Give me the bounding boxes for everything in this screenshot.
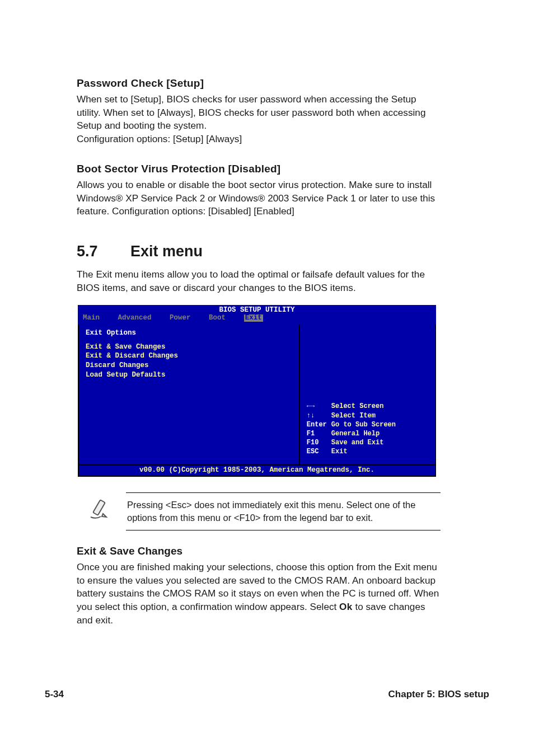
- bios-legend: ←→Select Screen ↑↓Select Item EnterGo to…: [307, 402, 396, 456]
- heading-boot-virus: Boot Sector Virus Protection [Disabled]: [77, 163, 441, 175]
- bios-option: Exit & Save Changes: [86, 342, 292, 352]
- bios-key-desc: Select Screen: [331, 402, 384, 410]
- section-number: 5.7: [77, 243, 130, 260]
- bios-key: ESC: [307, 447, 331, 456]
- bios-key: ↑↓: [307, 411, 331, 420]
- bios-key: Enter: [307, 420, 331, 429]
- exit-save-ok: Ok: [339, 601, 353, 612]
- section-title: Exit menu: [130, 243, 203, 260]
- bios-tab-exit: Exit: [244, 314, 263, 322]
- bios-legend-row: F1General Help: [307, 429, 396, 438]
- body-boot-virus: Allows you to enable or disable the boot…: [77, 179, 441, 218]
- bios-key-desc: Select Item: [331, 412, 376, 420]
- bios-key: ←→: [307, 402, 331, 411]
- bios-left-panel: Exit Options Exit & Save Changes Exit & …: [78, 325, 300, 466]
- bios-exit-options-heading: Exit Options: [86, 329, 292, 337]
- bios-tab-boot: Boot: [209, 314, 226, 322]
- bios-tab-main: Main: [83, 314, 100, 322]
- bios-key: F10: [307, 438, 331, 447]
- heading-exit-save: Exit & Save Changes: [77, 545, 441, 557]
- note-text: Pressing <Esc> does not immediately exit…: [126, 492, 441, 530]
- bios-key-desc: Save and Exit: [331, 439, 384, 447]
- bios-key-desc: Exit: [331, 448, 348, 456]
- bios-legend-row: EnterGo to Sub Screen: [307, 420, 396, 429]
- bios-option: Exit & Discard Changes: [86, 351, 292, 361]
- svg-rect-0: [93, 500, 105, 515]
- footer-chapter: Chapter 5: BIOS setup: [388, 689, 489, 700]
- bios-legend-row: F10Save and Exit: [307, 438, 396, 447]
- pencil-icon: [77, 492, 126, 520]
- bios-option: Load Setup Defaults: [86, 370, 292, 380]
- bios-key-desc: General Help: [331, 430, 380, 438]
- body-password-check: When set to [Setup], BIOS checks for use…: [77, 93, 441, 146]
- bios-tab-advanced: Advanced: [118, 314, 152, 322]
- bios-legend-row: ↑↓Select Item: [307, 411, 396, 420]
- section-heading-exit: 5.7Exit menu: [77, 243, 441, 260]
- page-footer: 5-34 Chapter 5: BIOS setup: [45, 689, 489, 700]
- heading-password-check: Password Check [Setup]: [77, 77, 441, 90]
- body-exit-save: Once you are finished making your select…: [77, 561, 441, 627]
- page-content: Password Check [Setup] When set to [Setu…: [77, 77, 441, 644]
- bios-key: F1: [307, 429, 331, 438]
- note-block: Pressing <Esc> does not immediately exit…: [77, 492, 441, 530]
- bios-panels: Exit Options Exit & Save Changes Exit & …: [78, 325, 436, 466]
- bios-screenshot: BIOS SETUP UTILITY Main Advanced Power B…: [78, 305, 436, 477]
- exit-intro: The Exit menu items allow you to load th…: [77, 268, 441, 294]
- bios-key-desc: Go to Sub Screen: [331, 421, 396, 429]
- bios-title: BIOS SETUP UTILITY: [83, 307, 431, 314]
- bios-copyright: v00.00 (C)Copyright 1985-2003, American …: [78, 464, 436, 477]
- bios-tab-power: Power: [170, 314, 191, 322]
- bios-legend-row: ESCExit: [307, 447, 396, 456]
- bios-tabs: Main Advanced Power Boot Exit: [83, 314, 431, 322]
- bios-right-panel: ←→Select Screen ↑↓Select Item EnterGo to…: [300, 325, 436, 466]
- bios-legend-row: ←→Select Screen: [307, 402, 396, 411]
- footer-page-number: 5-34: [45, 689, 64, 700]
- bios-option: Discard Changes: [86, 361, 292, 370]
- bios-header: BIOS SETUP UTILITY Main Advanced Power B…: [78, 305, 436, 325]
